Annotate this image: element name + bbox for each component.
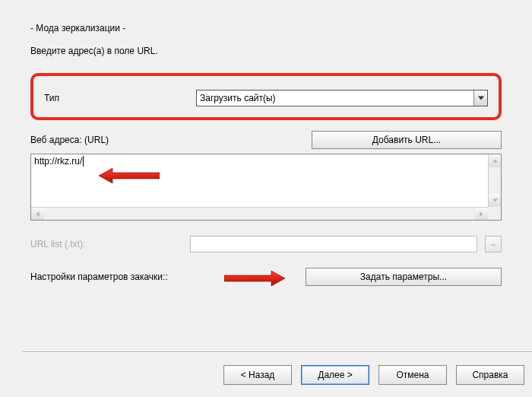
footer-separator	[23, 351, 532, 353]
type-dropdown[interactable]: Загрузить сайт(ы)	[196, 90, 488, 106]
scroll-down-icon[interactable]	[489, 194, 502, 207]
scroll-up-icon[interactable]	[489, 154, 502, 167]
chevron-down-icon[interactable]	[473, 91, 487, 106]
type-highlight-box: Тип Загрузить сайт(ы)	[30, 73, 502, 120]
scrollbar-corner	[488, 207, 501, 220]
back-button[interactable]: < Назад	[223, 365, 292, 385]
url-textarea-value: http://rkz.ru/	[34, 156, 82, 167]
scrollbar-vertical[interactable]	[488, 154, 501, 207]
footer-buttons: < Назад Далее > Отмена Справка	[223, 365, 524, 385]
instruction-text: Введите адрес(а) в поле URL.	[30, 46, 502, 56]
params-label: Настройки параметров закачки::	[30, 272, 168, 282]
text-cursor	[83, 156, 84, 167]
add-url-button[interactable]: Добавить URL...	[312, 131, 502, 149]
url-label: Веб адреса: (URL)	[30, 135, 109, 145]
cancel-button[interactable]: Отмена	[378, 365, 447, 385]
page-title: - Мода зеркализации -	[30, 23, 502, 33]
help-button[interactable]: Справка	[456, 365, 524, 385]
url-textarea[interactable]: http://rkz.ru/	[30, 154, 502, 221]
scroll-right-icon[interactable]	[475, 208, 488, 221]
type-label: Тип	[44, 93, 166, 103]
scrollbar-horizontal[interactable]	[31, 207, 488, 220]
type-dropdown-value: Загрузить сайт(ы)	[200, 93, 276, 103]
set-params-button[interactable]: Задать параметры...	[306, 268, 502, 286]
scroll-left-icon[interactable]	[31, 208, 44, 221]
annotation-arrow-2	[224, 269, 285, 287]
next-button[interactable]: Далее >	[301, 365, 369, 385]
browse-button: ..	[485, 236, 502, 252]
url-list-input	[190, 236, 477, 252]
url-list-label: URL list (.txt):	[30, 239, 182, 249]
